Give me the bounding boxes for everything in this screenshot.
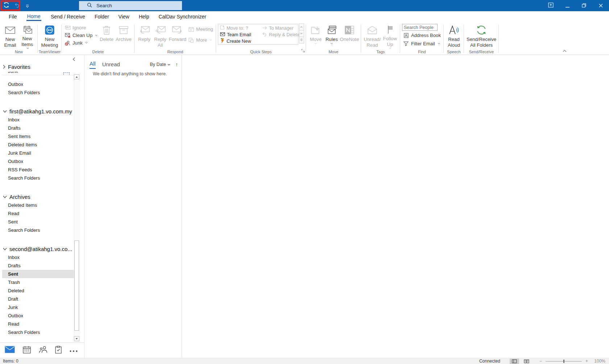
meeting-button[interactable]: Meeting [187,25,214,33]
folder-item[interactable]: Read [2,209,75,218]
search-people-input[interactable] [402,24,438,31]
rules-button[interactable]: Rules [324,22,340,49]
address-book-button[interactable]: Address Book [402,32,442,39]
new-items-button[interactable]: New Items [18,22,36,49]
scroll-up-button[interactable] [74,74,79,79]
folder-item[interactable]: Deleted [2,286,75,295]
clean-up-button[interactable]: Clean Up [63,32,99,39]
folder-item[interactable]: Deleted Items [2,201,75,209]
restore-button[interactable] [576,0,592,11]
tab-home[interactable]: Home [22,11,46,22]
scrollbar-thumb[interactable] [74,240,79,331]
folder-item[interactable]: Outbox [2,157,75,166]
filter-unread-tab[interactable]: Unread [102,61,120,69]
undo-arrow-icon [262,32,267,37]
quick-steps-scroll-up[interactable] [299,24,304,30]
tab-file[interactable]: File [4,11,22,22]
folder-item[interactable]: RSS Feeds [2,166,75,174]
reply-all-button[interactable]: Reply All [152,22,168,49]
quick-steps-scroll-down[interactable] [299,30,304,37]
close-button[interactable] [592,0,609,11]
quick-step-to-manager[interactable]: To Manager [261,25,298,31]
quick-step-team-email[interactable]: Team Email [219,31,261,38]
unread-read-button[interactable]: Unread/ Read [363,22,382,49]
account-header-first[interactable]: first@atikahg1.vo.com.my [0,107,75,116]
folder-item[interactable]: Read [2,320,75,328]
sort-by-dropdown[interactable]: By Date [150,62,170,69]
folder-item[interactable]: Search Folders [2,88,75,97]
folder-item[interactable]: Inbox [2,116,75,124]
clipped-favorite-item[interactable]: Junk [0,72,75,75]
filter-all-tab[interactable]: All [90,60,96,69]
folder-item[interactable]: Junk Email [2,149,75,157]
nav-tasks-button[interactable] [55,346,62,355]
quick-step-move-to[interactable]: Move to: ? [219,25,261,31]
new-meeting-button[interactable]: New Meeting [40,22,60,49]
folder-item[interactable]: Sent [2,270,75,278]
search-input[interactable] [96,3,165,8]
tab-send-receive[interactable]: Send / Receive [46,11,90,22]
follow-up-button[interactable]: Follow Up [382,22,398,49]
folder-item[interactable]: Outbox [2,311,75,320]
nav-mail-button[interactable] [5,346,15,355]
folder-item[interactable]: Deleted Items [2,141,75,149]
search-bar[interactable] [79,1,182,10]
quick-steps-more-button[interactable] [299,37,304,43]
scroll-down-button[interactable] [74,336,79,341]
folder-item[interactable]: Sent [2,218,75,226]
folder-item[interactable]: Search Folders [2,174,75,182]
undo-quick-button[interactable] [12,0,22,11]
nav-more-button[interactable] [70,347,78,353]
reply-button[interactable]: Reply [136,22,152,49]
ribbon-display-options-button[interactable] [542,0,559,11]
folder-item[interactable]: Trash [2,278,75,286]
folder-pane-scrollbar[interactable] [74,74,79,341]
folder-item[interactable]: Inbox [2,253,75,262]
archive-button[interactable]: Archive [115,22,133,49]
zoom-out-button[interactable]: − [539,359,542,364]
new-email-button[interactable]: New Email [2,22,18,49]
more-respond-button[interactable]: More [187,36,214,44]
filter-email-button[interactable]: Filter Email [402,40,442,47]
tab-view[interactable]: View [114,11,134,22]
folder-item[interactable]: Sent Items [2,132,75,141]
delete-button[interactable]: Delete [99,22,115,49]
tab-folder[interactable]: Folder [90,11,114,22]
quick-step-reply-delete[interactable]: Reply & Delete [261,31,298,38]
favorites-list: OutboxSearch Folders [0,80,75,97]
folder-item[interactable]: Outbox [2,80,75,88]
sort-direction-button[interactable]: ↑ [175,62,178,69]
zoom-slider[interactable] [546,360,582,363]
forward-button[interactable]: Forward [168,22,187,49]
collapse-ribbon-button[interactable] [563,47,567,54]
zoom-level[interactable]: 100% [593,359,605,364]
folder-item[interactable]: Search Folders [2,226,75,234]
folder-item[interactable]: Drafts [2,262,75,270]
folder-item[interactable]: Drafts [2,124,75,132]
zoom-in-button[interactable]: + [585,359,588,364]
nav-calendar-button[interactable] [23,346,31,355]
move-button[interactable]: Move [308,22,324,49]
send-receive-all-folders-button[interactable]: Send/Receive All Folders [466,22,497,49]
tab-help[interactable]: Help [134,11,154,22]
account-header-second[interactable]: second@atikahg1.vo.co... [0,244,75,253]
nav-people-button[interactable] [39,346,47,355]
send-receive-quick-button[interactable] [0,0,12,11]
folder-item[interactable]: Junk [2,303,75,311]
quick-steps-dialog-launcher[interactable] [301,47,305,54]
customize-quick-access-button[interactable] [22,0,33,11]
read-aloud-button[interactable]: Read Aloud [446,22,462,49]
quick-step-create-new[interactable]: Create New [219,38,261,44]
folder-item[interactable]: Search Folders [2,328,75,336]
account-header-archives[interactable]: Archives [0,192,75,201]
reading-view-button[interactable] [522,359,531,364]
junk-button[interactable]: Junk [63,39,99,47]
onenote-button[interactable]: OneNote [340,22,359,49]
tab-caldav-synchronizer[interactable]: CalDav Synchronizer [154,11,211,22]
favorites-header[interactable]: Favorites [0,62,75,71]
ignore-button[interactable]: Ignore [63,24,99,32]
normal-view-button[interactable] [510,359,519,364]
zoom-slider-thumb[interactable] [563,360,564,363]
minimize-button[interactable] [559,0,576,11]
folder-item[interactable]: Draft [2,295,75,303]
